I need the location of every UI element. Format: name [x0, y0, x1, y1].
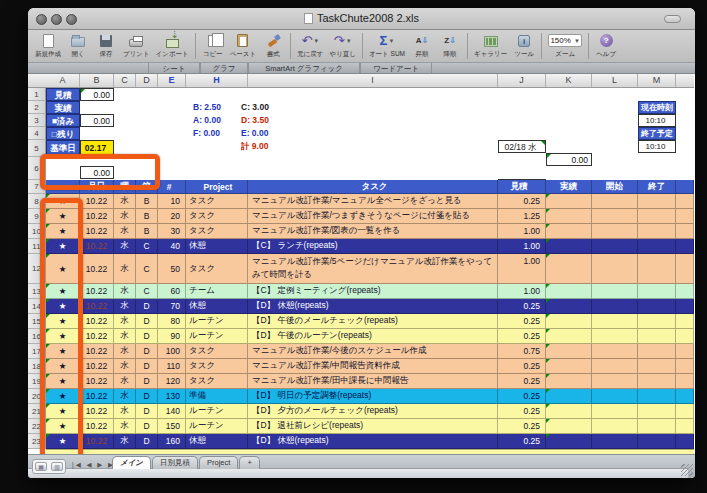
cell-number[interactable]: 30 — [158, 224, 186, 239]
cell-start[interactable] — [592, 194, 638, 209]
cell-end[interactable] — [638, 329, 676, 344]
horizontal-scrollbar[interactable] — [28, 468, 688, 478]
cell-task[interactable]: マニュアル改訂作業/5ページだけマニュアル改訂作業をやってみて時間を計る — [248, 254, 498, 284]
row-header-8[interactable]: 8 — [28, 194, 46, 209]
cell-day[interactable]: 水 — [114, 239, 136, 254]
cell-overflow[interactable] — [676, 194, 694, 209]
やり直し-button[interactable]: ↷▼やり直し — [330, 32, 356, 59]
column-header-H[interactable]: H — [186, 74, 248, 87]
column-header-B[interactable]: B — [80, 74, 114, 87]
resize-grip[interactable] — [681, 464, 693, 476]
cell-check[interactable]: ★ — [46, 359, 80, 374]
cell-end[interactable] — [638, 299, 676, 314]
cell-actual[interactable] — [546, 239, 592, 254]
cell-overflow[interactable] — [676, 224, 694, 239]
cell-start[interactable] — [592, 329, 638, 344]
toolbar-toggle-pill[interactable] — [664, 15, 681, 23]
cell-overflow[interactable] — [676, 209, 694, 224]
cell-overflow[interactable] — [676, 284, 694, 299]
cell-section[interactable]: D — [136, 404, 158, 419]
昇順-button[interactable]: A⇩昇順 — [411, 32, 433, 59]
降順-button[interactable]: Z⇩降順 — [439, 32, 461, 59]
summary-value[interactable]: 0.00 — [80, 166, 114, 179]
cell-end[interactable] — [638, 314, 676, 329]
clock-current-value[interactable]: 10:10 — [638, 114, 676, 127]
row-header-7[interactable]: 7 — [28, 180, 46, 194]
cell-start[interactable] — [592, 314, 638, 329]
cell-section[interactable]: D — [136, 434, 158, 449]
cell-overflow[interactable] — [676, 314, 694, 329]
cell-number[interactable]: 150 — [158, 419, 186, 434]
cell-actual[interactable] — [546, 194, 592, 209]
cell-date[interactable]: 月日 — [80, 180, 114, 194]
cell-estimate[interactable]: 0.25 — [498, 194, 546, 209]
cell-task[interactable]: 【C】 ランチ(repeats) — [248, 239, 498, 254]
cell-actual[interactable] — [546, 314, 592, 329]
dropdown-caret-icon[interactable]: ▼ — [313, 38, 319, 44]
cell-project[interactable]: タスク — [186, 194, 248, 209]
cell-estimate[interactable]: 1.00 — [498, 239, 546, 254]
cell-overflow[interactable] — [676, 374, 694, 389]
cell-date[interactable]: 10.22 — [80, 209, 114, 224]
cell-overflow[interactable] — [676, 299, 694, 314]
cell-date[interactable]: 10.22 — [80, 224, 114, 239]
cell-start[interactable] — [592, 419, 638, 434]
cell-check[interactable]: ★ — [46, 404, 80, 419]
cell-end[interactable] — [638, 374, 676, 389]
cell-number[interactable]: 80 — [158, 314, 186, 329]
row-header-9[interactable]: 9 — [28, 209, 46, 224]
row-header-4[interactable]: 4 — [28, 127, 46, 140]
row-header-13[interactable]: 13 — [28, 284, 46, 299]
cell-estimate[interactable]: 0.25 — [498, 329, 546, 344]
gallery-tab-SmartArt グラフィック[interactable]: SmartArt グラフィック — [248, 63, 360, 73]
cell-estimate[interactable]: 0.25 — [498, 434, 546, 449]
開く-button[interactable]: 開く — [67, 32, 89, 59]
row-header-10[interactable]: 10 — [28, 224, 46, 239]
normal-view-icon[interactable]: ▦ — [35, 462, 47, 471]
cell-section[interactable]: D — [136, 299, 158, 314]
cell-project[interactable]: ルーチン — [186, 404, 248, 419]
cell-check[interactable]: □ — [46, 180, 80, 194]
cell-overflow[interactable] — [676, 404, 694, 419]
cell-project[interactable]: 休憩 — [186, 239, 248, 254]
cell-task[interactable]: 【D】 夕方のメールチェック(repeats) — [248, 404, 498, 419]
cell-day[interactable]: 水 — [114, 194, 136, 209]
cell-project[interactable]: タスク — [186, 209, 248, 224]
cell-task[interactable]: タスク — [248, 180, 498, 194]
cell-end[interactable] — [638, 254, 676, 284]
cell-day[interactable]: 水 — [114, 254, 136, 284]
cell-task[interactable]: 【D】 退社前レシピ(repeats) — [248, 419, 498, 434]
cell-section[interactable]: C — [136, 254, 158, 284]
row-header-12[interactable]: 12 — [28, 254, 46, 284]
cell-start[interactable] — [592, 224, 638, 239]
cell-project[interactable]: 休憩 — [186, 299, 248, 314]
row-header-19[interactable]: 19 — [28, 374, 46, 389]
column-header-K[interactable]: K — [546, 74, 592, 87]
row-header-6[interactable]: 6 — [28, 157, 46, 180]
cell-start[interactable] — [592, 209, 638, 224]
cell-actual[interactable] — [546, 224, 592, 239]
cell-date[interactable]: 10.22 — [80, 404, 114, 419]
row-header-23[interactable]: 23 — [28, 434, 46, 449]
cell-actual[interactable]: 実績 — [546, 180, 592, 194]
cell-project[interactable]: タスク — [186, 344, 248, 359]
cell-check[interactable]: ★ — [46, 314, 80, 329]
cell-day[interactable]: 水 — [114, 389, 136, 404]
cell-check[interactable]: ★ — [46, 329, 80, 344]
zoom-control[interactable]: 150%▼ — [548, 34, 582, 47]
page-layout-view-icon[interactable]: ▥ — [51, 462, 63, 471]
row-header-15[interactable]: 15 — [28, 314, 46, 329]
cell-project[interactable]: タスク — [186, 374, 248, 389]
row-header-1[interactable]: 1 — [28, 88, 46, 101]
cell-project[interactable]: チーム — [186, 284, 248, 299]
cell-overflow[interactable] — [676, 344, 694, 359]
cell-end[interactable] — [638, 389, 676, 404]
row-header-3[interactable]: 3 — [28, 114, 46, 127]
cell-end[interactable] — [638, 359, 676, 374]
cell-day[interactable]: 水 — [114, 299, 136, 314]
cell-actual[interactable] — [546, 374, 592, 389]
cell-start[interactable] — [592, 284, 638, 299]
cell-overflow[interactable] — [676, 180, 694, 194]
cell-section[interactable]: 節 — [136, 180, 158, 194]
column-header-A[interactable]: A — [46, 74, 80, 87]
